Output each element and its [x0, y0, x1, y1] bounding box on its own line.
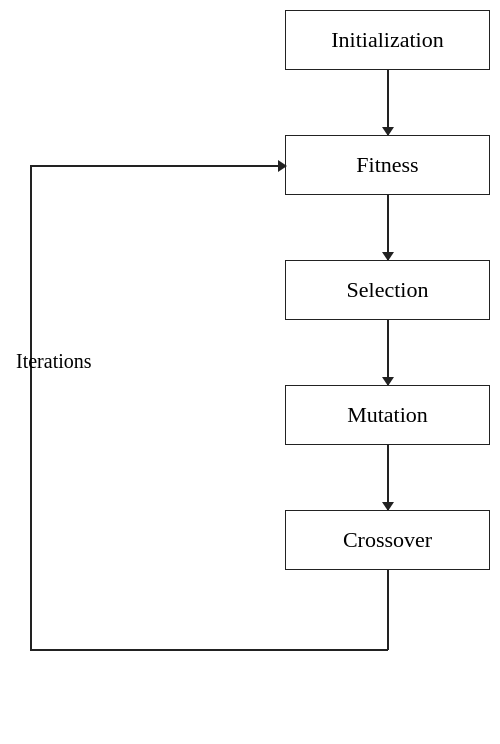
- arrow-fitness-to-selection: [387, 195, 389, 260]
- loop-line-up: [30, 165, 32, 650]
- arrow-init-to-fitness: [387, 70, 389, 135]
- mutation-label: Mutation: [347, 402, 428, 428]
- crossover-label: Crossover: [343, 527, 432, 553]
- crossover-box: Crossover: [285, 510, 490, 570]
- mutation-box: Mutation: [285, 385, 490, 445]
- diagram-container: Initialization Fitness Selection Mutatio…: [0, 0, 500, 744]
- loop-arrow-to-fitness: [30, 165, 286, 167]
- fitness-box: Fitness: [285, 135, 490, 195]
- selection-label: Selection: [347, 277, 429, 303]
- initialization-box: Initialization: [285, 10, 490, 70]
- loop-line-bottom: [30, 649, 388, 651]
- arrow-selection-to-mutation: [387, 320, 389, 385]
- fitness-label: Fitness: [356, 152, 418, 178]
- loop-line-down: [387, 570, 389, 650]
- arrow-mutation-to-crossover: [387, 445, 389, 510]
- selection-box: Selection: [285, 260, 490, 320]
- initialization-label: Initialization: [331, 27, 443, 53]
- iterations-label: Iterations: [16, 350, 92, 373]
